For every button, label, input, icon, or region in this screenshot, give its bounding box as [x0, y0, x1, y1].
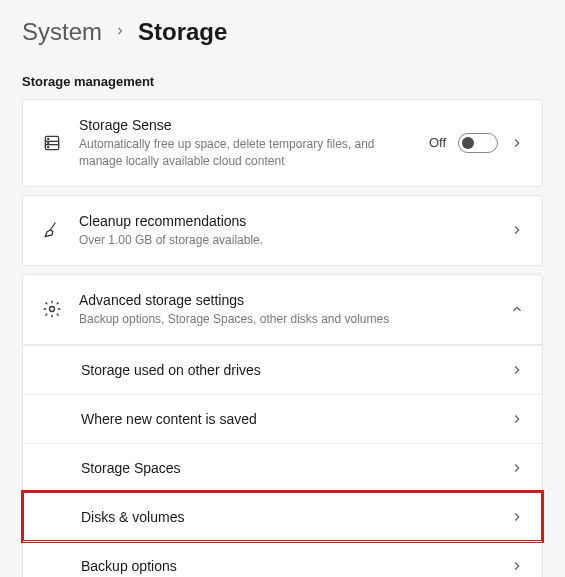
chevron-right-icon [510, 363, 524, 377]
breadcrumb: System Storage [22, 18, 543, 46]
chevron-up-icon [510, 302, 524, 316]
gear-icon [41, 298, 63, 320]
storage-settings-page: System Storage Storage management Storag… [0, 0, 565, 577]
chevron-right-icon [510, 510, 524, 524]
advanced-body: Advanced storage settings Backup options… [79, 291, 494, 328]
chevron-right-icon [510, 559, 524, 573]
breadcrumb-current: Storage [138, 18, 227, 46]
broom-icon [41, 219, 63, 241]
storage-sense-subtitle: Automatically free up space, delete temp… [79, 136, 379, 170]
drive-icon [41, 132, 63, 154]
cleanup-subtitle: Over 1.00 GB of storage available. [79, 232, 379, 249]
chevron-right-icon [510, 461, 524, 475]
storage-sense-title: Storage Sense [79, 116, 413, 134]
section-header: Storage management [22, 74, 543, 89]
subitem-label: Backup options [81, 558, 510, 574]
chevron-right-icon [510, 412, 524, 426]
chevron-right-icon [114, 24, 126, 40]
storage-sense-row[interactable]: Storage Sense Automatically free up spac… [22, 99, 543, 187]
sub-storage-spaces[interactable]: Storage Spaces [23, 443, 542, 492]
subitem-label: Where new content is saved [81, 411, 510, 427]
svg-point-3 [48, 138, 49, 139]
breadcrumb-parent[interactable]: System [22, 18, 102, 46]
advanced-subtitle: Backup options, Storage Spaces, other di… [79, 311, 494, 328]
svg-point-7 [50, 307, 55, 312]
settings-list: Storage Sense Automatically free up spac… [22, 99, 543, 577]
svg-point-5 [48, 147, 49, 148]
sub-backup-options[interactable]: Backup options [23, 541, 542, 577]
cleanup-title: Cleanup recommendations [79, 212, 494, 230]
svg-line-6 [50, 223, 55, 231]
advanced-title: Advanced storage settings [79, 291, 494, 309]
subitem-label: Disks & volumes [81, 509, 510, 525]
storage-sense-body: Storage Sense Automatically free up spac… [79, 116, 413, 170]
subitem-label: Storage Spaces [81, 460, 510, 476]
sub-disks-volumes[interactable]: Disks & volumes [23, 492, 542, 541]
storage-sense-toggle[interactable] [458, 133, 498, 153]
sub-storage-other-drives[interactable]: Storage used on other drives [23, 345, 542, 394]
chevron-right-icon [510, 223, 524, 237]
advanced-row[interactable]: Advanced storage settings Backup options… [22, 274, 543, 345]
subitem-label: Storage used on other drives [81, 362, 510, 378]
toggle-state-label: Off [429, 135, 446, 150]
svg-point-4 [48, 142, 49, 143]
chevron-right-icon [510, 136, 524, 150]
advanced-sublist: Storage used on other drives Where new c… [22, 345, 543, 577]
cleanup-body: Cleanup recommendations Over 1.00 GB of … [79, 212, 494, 249]
cleanup-row[interactable]: Cleanup recommendations Over 1.00 GB of … [22, 195, 543, 266]
storage-sense-controls: Off [429, 133, 524, 153]
sub-where-new-content[interactable]: Where new content is saved [23, 394, 542, 443]
